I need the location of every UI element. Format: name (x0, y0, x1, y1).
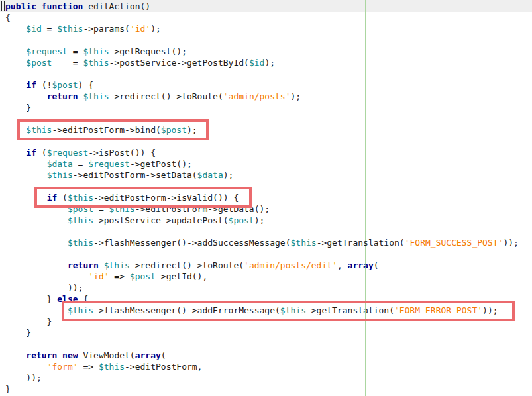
token-variable: $this (26, 125, 52, 135)
token-plain (5, 148, 26, 158)
token-variable: $post (161, 125, 187, 135)
token-plain (5, 215, 68, 225)
code-line[interactable]: } (0, 383, 532, 395)
token-plain: = (42, 24, 57, 34)
token-plain (5, 204, 68, 214)
token-plain: )); (5, 283, 83, 293)
code-line[interactable] (0, 226, 532, 237)
token-string: admin/posts (229, 91, 286, 101)
code-line[interactable]: } (0, 102, 532, 113)
token-plain (5, 362, 47, 371)
token-variable: $this (57, 24, 83, 34)
token-plain: = (73, 159, 88, 169)
token-keyword: return new (26, 350, 78, 360)
code-line[interactable]: $this->flashMessenger()->addErrorMessage… (0, 305, 532, 316)
token-variable: $post (229, 215, 254, 225)
code-line[interactable] (0, 68, 532, 79)
code-line[interactable]: $id = $this->params('id'); (0, 23, 532, 34)
token-plain: } (5, 328, 31, 338)
token-variable: $data (197, 170, 223, 180)
token-plain (5, 350, 26, 360)
token-plain: ->postService->updatePost( (93, 215, 229, 225)
code-line[interactable]: if (!$post) { (0, 79, 532, 91)
token-variable: $this (290, 238, 316, 248)
token-plain: ->flashMessenger()->addErrorMessage( (93, 305, 280, 315)
token-variable: $this (68, 305, 93, 315)
token-plain: ); (254, 215, 265, 225)
code-line[interactable]: $this->editPostForm->setData($data); (0, 170, 532, 181)
code-line[interactable]: { (0, 12, 532, 23)
token-plain: , (337, 260, 348, 270)
token-plain (5, 305, 68, 315)
token-variable: $this (83, 91, 109, 101)
token-variable: $id (26, 24, 41, 34)
token-plain (5, 238, 68, 248)
code-line[interactable]: $post = $this->editPostForm->getData(); (0, 203, 532, 215)
token-variable: $this (68, 193, 93, 203)
code-line[interactable]: 'form' => $this->editPostForm, (0, 361, 532, 372)
text-cursor (4, 1, 5, 11)
code-line[interactable]: )); (0, 372, 532, 383)
code-line[interactable] (0, 181, 532, 192)
token-plain: ->flashMessenger()->addSuccessMessage( (93, 238, 290, 248)
text-cursor (1, 1, 2, 11)
token-keyword: array (348, 260, 374, 270)
code-line[interactable]: $this->editPostForm->bind($post); (0, 124, 532, 136)
token-plain: } (5, 294, 57, 304)
code-area[interactable]: public function editAction(){ $id = $thi… (0, 1, 532, 395)
token-keyword: else (57, 294, 78, 304)
token-plain: ->params( (83, 24, 129, 34)
token-plain: ); (150, 24, 161, 34)
token-variable: $data (47, 159, 73, 169)
token-plain: ->editPostForm->setData( (73, 170, 197, 180)
token-plain: = (68, 46, 83, 56)
token-plain: ); (264, 58, 275, 68)
token-variable: $this (47, 170, 73, 180)
code-line[interactable] (0, 136, 532, 147)
code-line[interactable]: if ($request->isPost()) { (0, 147, 532, 158)
code-line[interactable]: } (0, 327, 532, 338)
code-line[interactable]: )); (0, 282, 532, 293)
code-line[interactable]: $request = $this->getRequest(); (0, 46, 532, 57)
code-line[interactable]: $data = $request->getPost(); (0, 158, 532, 170)
code-line[interactable]: $this->flashMessenger()->addSuccessMessa… (0, 237, 532, 248)
token-plain: => (109, 272, 130, 281)
token-variable: $this (109, 204, 135, 214)
token-plain: ->getTranslation( (306, 305, 394, 315)
code-line[interactable]: $this->postService->updatePost($post); (0, 215, 532, 226)
code-line[interactable] (0, 338, 532, 350)
code-line[interactable]: public function editAction() (0, 1, 532, 12)
token-keyword: if (26, 148, 36, 158)
code-line[interactable]: if ($this->editPostForm->isValid()) { (0, 192, 532, 203)
token-string-quote: ' (104, 272, 109, 281)
token-string-quote: ' (286, 91, 291, 101)
code-line[interactable] (0, 34, 532, 46)
token-plain: ->postService->getPostById( (109, 58, 249, 68)
token-variable: $this (104, 260, 130, 270)
code-line[interactable]: } (0, 316, 532, 327)
token-plain: )); (482, 305, 498, 315)
code-line[interactable]: 'id' => $post->getId(), (0, 271, 532, 282)
token-keyword: public function (5, 1, 83, 11)
token-string: id (93, 272, 104, 281)
token-plain: ( (36, 148, 47, 158)
code-line[interactable]: return $this->redirect()->toRoute('admin… (0, 91, 532, 102)
token-plain: ); (223, 170, 234, 180)
token-string: id (135, 24, 146, 34)
code-line[interactable]: return new ViewModel(array( (0, 350, 532, 361)
token-string-quote: ' (223, 91, 229, 101)
token-plain: ); (187, 125, 197, 135)
token-plain: ( (161, 350, 166, 360)
code-line[interactable]: $post = $this->postService->getPostById(… (0, 57, 532, 68)
token-string-quote: ' (405, 238, 410, 248)
token-plain: ->getTranslation( (317, 238, 405, 248)
token-string-quote: ' (244, 260, 249, 270)
token-string-quote: ' (88, 272, 93, 281)
token-variable: $this (68, 215, 93, 225)
token-keyword: array (135, 350, 161, 360)
code-line[interactable] (0, 248, 532, 260)
code-line[interactable]: return $this->redirect()->toRoute('admin… (0, 260, 532, 271)
code-line[interactable] (0, 113, 532, 124)
code-line[interactable]: } else { (0, 293, 532, 305)
token-string-quote: ' (145, 24, 150, 34)
